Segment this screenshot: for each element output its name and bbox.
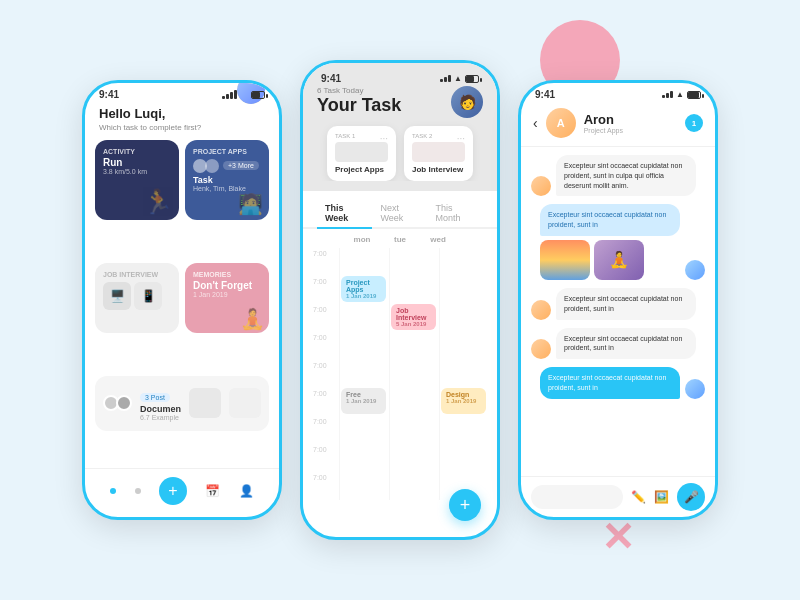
signal-3 bbox=[230, 92, 233, 99]
message-input[interactable] bbox=[531, 485, 623, 509]
msg-bubble-4: Excepteur sint occaecat cupidatat non pr… bbox=[556, 328, 696, 360]
p3-signal-2 bbox=[666, 93, 669, 98]
job-thumb-1: 🖥️ bbox=[103, 282, 131, 310]
chat-contact-name: Aron bbox=[584, 112, 623, 127]
phone-3: 9:41 ▲ ‹ A Aron bbox=[518, 80, 718, 520]
chat-contact-sub: Project Apps bbox=[584, 127, 623, 134]
card-project-detail: Henk, Tim, Blake bbox=[193, 185, 261, 192]
nav-add-button[interactable]: + bbox=[159, 477, 187, 505]
mic-button[interactable]: 🎤 bbox=[677, 483, 705, 511]
task-card-1-dots[interactable]: ··· bbox=[380, 133, 388, 144]
event-job-interview-date: 5 Jan 2019 bbox=[396, 321, 431, 327]
phone1-header: Hello Luqi, Which task to complete first… bbox=[85, 102, 279, 140]
msg-image-sunset bbox=[540, 240, 590, 280]
message-4: Excepteur sint occaecat cupidatat non pr… bbox=[531, 328, 705, 360]
task-card-2-dots[interactable]: ··· bbox=[457, 133, 465, 144]
card-project[interactable]: PROJECT APPS +3 More Task Henk, Tim, Bla… bbox=[185, 140, 269, 220]
chat-input-area: ✏️ 🖼️ 🎤 bbox=[521, 476, 715, 517]
signal-1 bbox=[222, 96, 225, 99]
memories-figure-icon: 🧘 bbox=[240, 307, 265, 331]
event-free[interactable]: Free 1 Jan 2019 bbox=[341, 388, 386, 414]
msg-avatar-5 bbox=[685, 379, 705, 399]
phone-1: 9:41 ▲ Hello Luqi, W bbox=[82, 80, 282, 520]
image-icon[interactable]: 🖼️ bbox=[654, 490, 669, 504]
p3-wifi-icon: ▲ bbox=[676, 90, 684, 99]
slot-col-wed-0 bbox=[439, 248, 487, 276]
message-3: Excepteur sint occaecat cupidatat non pr… bbox=[531, 288, 705, 320]
event-job-interview[interactable]: Job Interview 5 Jan 2019 bbox=[391, 304, 436, 330]
task-card-2-thumb bbox=[412, 142, 465, 162]
card-documents[interactable]: 3 Post Documen 6.7 Example bbox=[95, 376, 269, 431]
task-card-2-name: Job Interview bbox=[412, 165, 465, 174]
subtitle-text: Which task to complete first? bbox=[99, 123, 265, 132]
nav-calendar-icon[interactable]: 📅 bbox=[205, 484, 220, 498]
task-card-1[interactable]: ··· TASK 1 Project Apps bbox=[327, 126, 396, 181]
back-button[interactable]: ‹ bbox=[533, 115, 538, 131]
doc-avatar-2 bbox=[116, 395, 132, 411]
phone2-top-area: 9:41 ▲ 6 Task Today Your Tas bbox=[303, 63, 497, 191]
nav-profile-icon[interactable]: 👤 bbox=[239, 484, 254, 498]
card-project-label: PROJECT APPS bbox=[193, 148, 261, 155]
day-tue: tue bbox=[381, 235, 419, 244]
event-project-apps-name: Project Apps bbox=[346, 279, 381, 293]
card-job-label: JOB INTERVIEW bbox=[103, 271, 171, 278]
event-free-date: 1 Jan 2019 bbox=[346, 398, 381, 404]
msg-avatar-2 bbox=[685, 260, 705, 280]
event-job-interview-name: Job Interview bbox=[396, 307, 431, 321]
card-activity-detail: 3.8 km/5.0 km bbox=[103, 168, 171, 175]
time-label-0: 7:00 bbox=[313, 248, 339, 257]
event-project-apps[interactable]: Project Apps 1 Jan 2019 bbox=[341, 276, 386, 302]
event-project-apps-date: 1 Jan 2019 bbox=[346, 293, 381, 299]
slot-col-tue-0 bbox=[389, 248, 437, 276]
p3-signal-1 bbox=[662, 95, 665, 98]
avatar-phone2: 🧑 bbox=[451, 86, 483, 118]
nav-home[interactable] bbox=[110, 488, 116, 494]
card-memories-name: Don't Forget bbox=[193, 280, 261, 291]
status-bar-2: 9:41 ▲ bbox=[317, 67, 483, 86]
msg-image-dancer: 🧘 bbox=[594, 240, 644, 280]
phone2-fab-button[interactable]: + bbox=[449, 489, 481, 521]
tab-this-week[interactable]: This Week bbox=[317, 199, 372, 229]
card-job[interactable]: JOB INTERVIEW 🖥️ 📱 bbox=[95, 263, 179, 333]
task-count-label: 6 Task Today bbox=[317, 86, 401, 95]
status-time-1: 9:41 bbox=[99, 89, 119, 100]
task-card-1-thumb bbox=[335, 142, 388, 162]
msg-bubble-5: Excepteur sint occaecat cupidatat non pr… bbox=[540, 367, 680, 399]
task-title: Your Task bbox=[317, 95, 401, 116]
card-activity-name: Run bbox=[103, 157, 171, 168]
day-headers: mon tue wed bbox=[303, 229, 497, 248]
card-activity[interactable]: ACTIVITY Run 3.8 km/5.0 km 🏃 bbox=[95, 140, 179, 220]
card-doc-name: Documen bbox=[140, 404, 181, 414]
project-figure-icon: 🧑‍💻 bbox=[238, 192, 263, 216]
time-slot-3: 7:00 bbox=[313, 332, 487, 360]
msg-avatar-1 bbox=[531, 176, 551, 196]
task-card-2[interactable]: ··· TASK 2 Job Interview bbox=[404, 126, 473, 181]
edit-icon[interactable]: ✏️ bbox=[631, 490, 646, 504]
message-2: Excepteur sint occaecat cupidatat non pr… bbox=[531, 204, 705, 280]
tab-this-month[interactable]: This Month bbox=[427, 199, 483, 227]
signal-2 bbox=[226, 94, 229, 99]
week-tabs: This Week Next Week This Month bbox=[303, 191, 497, 229]
tab-next-week[interactable]: Next Week bbox=[372, 199, 427, 227]
time-slot-2: 7:00 Job Interview 5 Jan 2019 bbox=[313, 304, 487, 332]
p2-signal-3 bbox=[448, 75, 451, 82]
card-memories-detail: 1 Jan 2019 bbox=[193, 291, 261, 298]
msg-avatar-4 bbox=[531, 339, 551, 359]
event-design[interactable]: Design 1 Jan 2019 bbox=[441, 388, 486, 414]
event-design-date: 1 Jan 2019 bbox=[446, 398, 481, 404]
status-icons-2: ▲ bbox=[440, 74, 479, 83]
nav-search[interactable] bbox=[135, 488, 141, 494]
event-design-name: Design bbox=[446, 391, 481, 398]
msg-bubble-2: Excepteur sint occaecat cupidatat non pr… bbox=[540, 204, 680, 236]
bottom-nav-1: + 📅 👤 bbox=[85, 468, 279, 517]
card-memories[interactable]: MEMORIES Don't Forget 1 Jan 2019 🧘 bbox=[185, 263, 269, 333]
p2-signal-2 bbox=[444, 77, 447, 82]
chat-contact-info: Aron Project Apps bbox=[584, 112, 623, 134]
status-icons-3: ▲ bbox=[662, 90, 701, 99]
card-doc-detail: 6.7 Example bbox=[140, 414, 181, 421]
chat-header: ‹ A Aron Project Apps 1 bbox=[521, 102, 715, 147]
doc-thumb-2 bbox=[229, 388, 261, 418]
chat-badge: 1 bbox=[685, 114, 703, 132]
doc-tag: 3 Post bbox=[140, 393, 170, 402]
phones-wrapper: 9:41 ▲ Hello Luqi, W bbox=[0, 0, 800, 600]
